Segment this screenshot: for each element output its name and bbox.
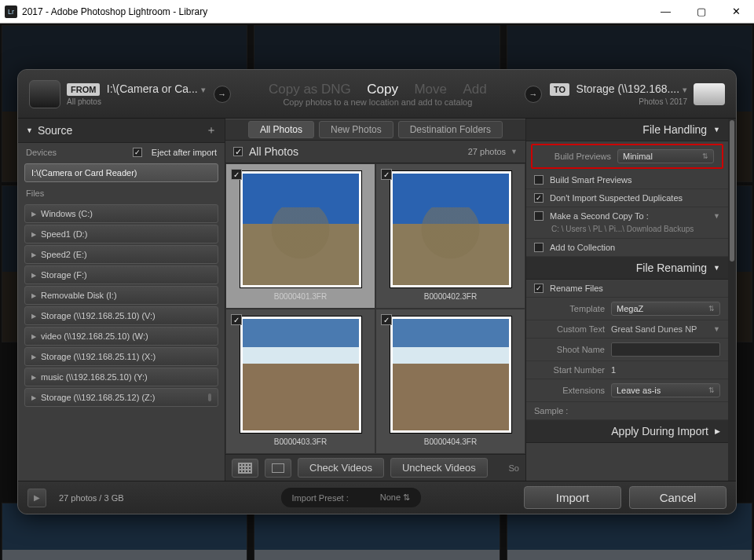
tab-all-photos[interactable]: All Photos — [248, 121, 314, 138]
build-previews-row: Build Previews Minimal⇅ — [531, 144, 723, 169]
custom-text-row: Custom Text Great Sand Dunes NP ▼ — [526, 320, 728, 339]
grid-view-button[interactable] — [232, 459, 258, 478]
select-all-checkbox[interactable]: ✓ — [233, 147, 243, 156]
template-select[interactable]: MegaZ⇅ — [611, 302, 720, 316]
thumb-checkbox[interactable]: ✓ — [231, 314, 242, 325]
close-button[interactable]: ✕ — [719, 0, 754, 23]
to-arrow-icon[interactable]: → — [525, 86, 542, 103]
chevron-down-icon[interactable]: ▼ — [713, 212, 720, 220]
device-item[interactable]: I:\(Camera or Card Reader) — [24, 163, 218, 182]
thumb-checkbox[interactable]: ✓ — [231, 169, 242, 180]
action-copy-dng[interactable]: Copy as DNG — [269, 82, 351, 97]
shoot-name-input[interactable] — [611, 342, 720, 357]
smart-previews-row[interactable]: Build Smart Previews — [526, 171, 728, 189]
from-badge: FROM — [67, 83, 100, 96]
minimize-button[interactable]: — — [648, 0, 683, 23]
collapse-grid-icon[interactable]: ▼ — [511, 148, 518, 156]
volume-item[interactable]: ▶video (\\192.168.25.10) (W:) — [24, 327, 218, 346]
add-source-icon[interactable]: ＋ — [206, 123, 217, 137]
import-header: FROM I:\(Camera or Ca... ▾ All photos → … — [18, 70, 736, 119]
thumb-image — [243, 174, 359, 285]
action-hint: Copy photos to a new location and add to… — [239, 97, 517, 107]
add-collection-row[interactable]: Add to Collection — [526, 239, 728, 257]
thumb-image — [243, 319, 359, 430]
thumb-checkbox[interactable]: ✓ — [381, 314, 392, 325]
source-panel-header[interactable]: ▼ Source ＋ — [18, 119, 225, 143]
thumbnail[interactable]: ✓ B0000402.3FR — [375, 163, 525, 309]
grid-panel: All Photos New Photos Destination Folder… — [225, 119, 525, 481]
import-preset[interactable]: Import Preset : None ⇅ — [281, 488, 422, 507]
grid-toolbar: Check Videos Uncheck Videos So — [225, 454, 525, 481]
volume-item[interactable]: ▶Speed1 (D:) — [24, 225, 218, 243]
thumb-filename: B0000404.3FR — [424, 437, 477, 446]
loupe-view-button[interactable] — [265, 459, 291, 478]
volume-item[interactable]: ▶Windows (C:) — [24, 204, 218, 223]
volume-item[interactable]: ▶Removable Disk (I:) — [24, 286, 218, 305]
from-arrow-icon[interactable]: → — [214, 86, 231, 103]
thumbnail[interactable]: ✓ B0000404.3FR — [375, 309, 525, 454]
checkbox-icon[interactable] — [534, 211, 544, 221]
app-logo-icon: Lr — [5, 5, 17, 18]
source-drive-icon — [29, 80, 60, 108]
thumbnail[interactable]: ✓ B0000401.3FR — [225, 163, 375, 309]
thumbnail[interactable]: ✓ B0000403.3FR — [225, 309, 375, 454]
uncheck-videos-button[interactable]: Uncheck Videos — [390, 458, 488, 478]
shoot-name-row: Shoot Name — [526, 339, 728, 361]
rename-files-row[interactable]: ✓ Rename Files — [526, 280, 728, 298]
source-panel: ▼ Source ＋ Devices ✓Eject after import I… — [18, 119, 225, 481]
checkbox-icon[interactable]: ✓ — [534, 193, 544, 203]
right-scrollbar[interactable] — [728, 119, 736, 481]
window-titlebar: Lr 2017 - Adobe Photoshop Lightroom - Li… — [0, 0, 754, 24]
thumb-filename: B0000401.3FR — [274, 292, 327, 301]
import-dialog: FROM I:\(Camera or Ca... ▾ All photos → … — [17, 69, 737, 514]
build-previews-select[interactable]: Minimal⇅ — [617, 149, 714, 163]
eject-checkbox[interactable]: ✓Eject after import — [133, 148, 217, 157]
to-subpath: Photos \ 2017 — [639, 97, 687, 106]
import-button[interactable]: Import — [524, 486, 621, 509]
source-panel-title: Source — [38, 124, 72, 137]
triangle-down-icon: ▼ — [713, 126, 720, 134]
second-copy-row[interactable]: Make a Second Copy To : ▼ — [526, 207, 728, 225]
maximize-button[interactable]: ▢ — [683, 0, 719, 23]
from-path[interactable]: I:\(Camera or Ca... — [107, 82, 201, 95]
thumb-filename: B0000402.3FR — [424, 292, 477, 301]
volume-item[interactable]: ▶Storage (\\192.168.25.11) (X:) — [24, 347, 218, 366]
extensions-select[interactable]: Leave as-is⇅ — [611, 383, 720, 397]
second-copy-path: C: \ Users \ PL \ Pi...\ Download Backup… — [526, 225, 728, 239]
volume-item[interactable]: ▶music (\\192.168.25.10) (Y:) — [24, 368, 218, 386]
tab-destination[interactable]: Destination Folders — [398, 121, 503, 138]
grid-header: ✓ All Photos 27 photos ▼ — [225, 141, 525, 163]
expand-filmstrip-button[interactable]: ▶ — [27, 489, 46, 507]
grid-tabs: All Photos New Photos Destination Folder… — [225, 119, 525, 141]
file-handling-header[interactable]: File Handling▼ — [526, 119, 728, 141]
action-add[interactable]: Add — [463, 82, 486, 97]
volume-item[interactable]: ▶Storage (F:) — [24, 265, 218, 284]
action-copy[interactable]: Copy — [367, 82, 398, 97]
action-move[interactable]: Move — [414, 82, 447, 97]
thumb-filename: B0000403.3FR — [274, 437, 327, 446]
check-videos-button[interactable]: Check Videos — [298, 458, 384, 478]
checkbox-icon[interactable] — [534, 243, 544, 252]
checkbox-icon[interactable] — [534, 175, 544, 185]
tab-new-photos[interactable]: New Photos — [319, 121, 393, 138]
window-title: 2017 - Adobe Photoshop Lightroom - Libra… — [22, 6, 207, 17]
checkbox-icon[interactable]: ✓ — [534, 284, 544, 293]
start-number-value: 1 — [611, 365, 720, 375]
files-section: Files — [18, 184, 225, 203]
apply-during-import-header[interactable]: Apply During Import◀ — [526, 420, 728, 443]
volume-item[interactable]: ▶Storage (\\192.168.25.12) (Z:) — [24, 388, 218, 407]
thumb-image — [393, 174, 509, 285]
start-number-row: Start Number 1 — [526, 361, 728, 379]
volume-item[interactable]: ▶Storage (\\192.168.25.10) (V:) — [24, 306, 218, 325]
file-renaming-header[interactable]: File Renaming▼ — [526, 257, 728, 280]
devices-section: Devices ✓Eject after import — [18, 143, 225, 162]
custom-text-value[interactable]: Great Sand Dunes NP — [611, 324, 710, 334]
volume-item[interactable]: ▶Speed2 (E:) — [24, 245, 218, 264]
thumb-checkbox[interactable]: ✓ — [381, 169, 392, 180]
to-path[interactable]: Storage (\\192.168.... — [576, 82, 683, 95]
sort-label: So — [509, 463, 519, 473]
right-panel: File Handling▼ Build Previews Minimal⇅ B… — [525, 119, 728, 481]
thumb-image — [393, 319, 509, 430]
duplicates-row[interactable]: ✓ Don't Import Suspected Duplicates — [526, 189, 728, 207]
cancel-button[interactable]: Cancel — [629, 486, 727, 509]
